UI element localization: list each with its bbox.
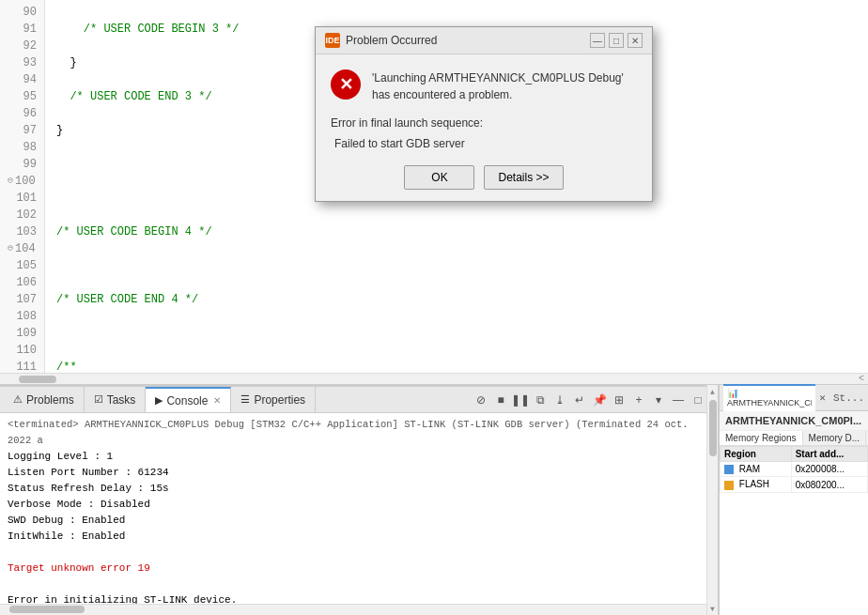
- table-row: RAM 0x200008...: [721, 462, 868, 477]
- ide-icon-label: IDE: [325, 36, 339, 45]
- tab-build-analyzer[interactable]: 📊 ARMTHEYANNICK_CM0PI...: [723, 384, 815, 411]
- dialog-top-section: ✕ 'Launching ARMTHEYANNICK_CM0PLUS Debug…: [331, 69, 637, 103]
- toolbar-open-console-btn[interactable]: ⊞: [611, 392, 628, 408]
- subtab-memory-regions[interactable]: Memory Regions: [720, 431, 803, 445]
- toolbar-maximize-btn[interactable]: □: [690, 392, 706, 408]
- error-circle-icon: ✕: [331, 69, 361, 100]
- dialog-section2: Failed to start GDB server: [331, 137, 637, 150]
- toolbar-stop-btn[interactable]: ■: [492, 392, 509, 408]
- problems-icon: ⚠: [13, 393, 23, 406]
- dialog-section1: Error in final launch sequence:: [331, 116, 637, 130]
- scrollbar-up-arrow[interactable]: ▲: [707, 385, 719, 398]
- scrollbar-down-arrow[interactable]: ▼: [707, 602, 719, 615]
- bottom-panel: ⚠ Problems ☑ Tasks ▶ Console ✕ ☰ Propert…: [0, 385, 714, 615]
- dialog-body: ✕ 'Launching ARMTHEYANNICK_CM0PLUS Debug…: [316, 54, 652, 201]
- console-initwhile: InitWhile : Enabled: [8, 529, 706, 545]
- minimize-window-btn[interactable]: —: [590, 33, 605, 48]
- tab-properties[interactable]: ☰ Properties: [231, 387, 316, 412]
- flash-start-addr: 0x080200...: [791, 477, 867, 492]
- console-stlink-error: Error in initializing ST-LINK device.: [8, 592, 706, 604]
- toolbar-clear-btn[interactable]: ⊘: [473, 392, 489, 408]
- console-swd: SWD Debug : Enabled: [8, 513, 706, 529]
- dialog-header-text: 'Launching ARMTHEYANNICK_CM0PLUS Debug' …: [372, 69, 637, 103]
- tab-tasks[interactable]: ☑ Tasks: [85, 387, 147, 412]
- build-analyzer-more-btn[interactable]: St...: [833, 392, 864, 404]
- build-analyzer-tab-bar: 📊 ARMTHEYANNICK_CM0PI... ✕ St...: [720, 385, 868, 411]
- dialog-titlebar: IDE Problem Occurred — □ ✕: [316, 27, 652, 54]
- console-output[interactable]: <terminated> ARMTHEYANNICK_CM0PLUS Debug…: [0, 413, 714, 604]
- dialog-buttons: OK Details >>: [331, 165, 637, 190]
- toolbar-copy-btn[interactable]: ⧉: [532, 392, 549, 408]
- close-window-btn[interactable]: ✕: [628, 33, 643, 48]
- console-log-level: Logging Level : 1: [8, 449, 706, 465]
- build-analyzer-subtabs: Memory Regions Memory D...: [720, 431, 868, 446]
- tab-console[interactable]: ▶ Console ✕: [146, 387, 231, 412]
- scrollbar-thumb[interactable]: [709, 400, 717, 456]
- window-controls: — □ ✕: [590, 33, 643, 48]
- build-analyzer-close-btn[interactable]: ✕: [815, 392, 829, 404]
- console-tab-close[interactable]: ✕: [213, 395, 221, 406]
- ram-start-addr: 0x200008...: [791, 462, 867, 477]
- console-tab-label: Console: [166, 394, 208, 407]
- console-blank2: [8, 577, 706, 592]
- problems-tab-label: Problems: [26, 393, 74, 407]
- toolbar-display-selected-btn[interactable]: ▾: [650, 392, 667, 408]
- ram-icon: [724, 465, 734, 474]
- col-region: Region: [721, 447, 792, 462]
- build-analyzer-label: ARMTHEYANNICK_CM0PI...: [727, 398, 812, 407]
- toolbar-new-console-btn[interactable]: +: [630, 392, 647, 408]
- subtab-memory-detail[interactable]: Memory D...: [803, 431, 866, 445]
- build-analyzer-title: ARMTHEYANNICK_CM0PI...: [725, 415, 861, 426]
- console-terminated-line: <terminated> ARMTHEYANNICK_CM0PLUS Debug…: [8, 417, 706, 449]
- tasks-icon: ☑: [94, 393, 103, 406]
- toolbar-scroll-lock-btn[interactable]: ⤓: [551, 392, 568, 408]
- dialog-title: Problem Occurred: [346, 34, 437, 47]
- toolbar-word-wrap-btn[interactable]: ↵: [571, 392, 588, 408]
- ok-button[interactable]: OK: [404, 165, 474, 190]
- scrollbar-track[interactable]: [707, 398, 718, 602]
- build-analyzer-panel: 📊 ARMTHEYANNICK_CM0PI... ✕ St... ARMTHEY…: [718, 385, 868, 615]
- build-analyzer-header: ARMTHEYANNICK_CM0PI...: [720, 411, 868, 431]
- console-verbose: Verbose Mode : Disabled: [8, 497, 706, 513]
- properties-tab-label: Properties: [254, 393, 305, 407]
- mem-region-flash: FLASH: [721, 477, 792, 492]
- col-start-address: Start add...: [791, 447, 867, 462]
- console-blank1: [8, 545, 706, 561]
- build-analyzer-icon: 📊: [727, 388, 738, 398]
- bottom-tab-bar: ⚠ Problems ☑ Tasks ▶ Console ✕ ☰ Propert…: [0, 387, 714, 413]
- flash-icon: [724, 481, 734, 490]
- problem-occurred-dialog: IDE Problem Occurred — □ ✕ ✕ 'Launching …: [315, 26, 653, 202]
- console-error-line: Target unknown error 19: [8, 561, 706, 577]
- console-refresh-delay: Status Refresh Delay : 15s: [8, 481, 706, 497]
- modal-overlay: IDE Problem Occurred — □ ✕ ✕ 'Launching …: [0, 0, 868, 385]
- table-row: FLASH 0x080200...: [721, 477, 868, 492]
- toolbar-pin-btn[interactable]: 📌: [591, 392, 608, 408]
- console-vertical-scrollbar[interactable]: ▲ ▼: [706, 385, 718, 615]
- console-horizontal-scrollbar[interactable]: [0, 604, 714, 615]
- build-memory-table: Region Start add... RAM 0x200008... FLAS…: [720, 446, 868, 493]
- ide-icon: IDE: [325, 33, 340, 48]
- mem-region-ram: RAM: [721, 462, 792, 477]
- dialog-section1-label: Error in final launch sequence:: [331, 116, 637, 130]
- toolbar-minimize-btn[interactable]: —: [670, 392, 687, 408]
- console-icon: ▶: [155, 394, 163, 407]
- tab-problems[interactable]: ⚠ Problems: [4, 387, 85, 412]
- tasks-tab-label: Tasks: [107, 393, 136, 407]
- console-toolbar: ⊘ ■ ❚❚ ⧉ ⤓ ↵ 📌 ⊞ + ▾ — □: [473, 392, 710, 408]
- details-button[interactable]: Details >>: [484, 165, 563, 190]
- restore-window-btn[interactable]: □: [609, 33, 624, 48]
- properties-icon: ☰: [240, 393, 250, 406]
- toolbar-pause-btn[interactable]: ❚❚: [512, 392, 529, 408]
- dialog-section2-value: Failed to start GDB server: [334, 137, 637, 150]
- console-listen-port: Listen Port Number : 61234: [8, 465, 706, 481]
